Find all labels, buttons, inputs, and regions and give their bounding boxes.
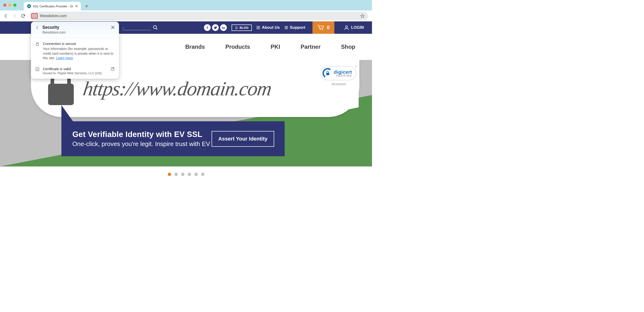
search-input[interactable] [122,26,151,30]
new-tab-button[interactable]: + [83,3,90,9]
tab-close-button[interactable] [75,5,78,7]
learn-more-link[interactable]: Learn more [56,56,73,60]
login-link[interactable]: LOGIN [339,21,369,34]
social-links: f in [204,24,227,31]
digicert-date: 30/10/2024 [332,83,346,86]
minimize-window-button[interactable] [8,3,12,7]
blog-label: BLOG [240,26,249,29]
browser-toolbar: thesslstore.com [0,10,372,21]
svg-rect-0 [28,6,30,7]
svg-point-4 [35,16,36,17]
lock-icon [35,42,40,61]
support-label: Support [290,25,305,30]
certificate-issued-to: Issued to: Rapid Web Services, LLC [US] [43,71,107,75]
svg-point-9 [346,26,348,27]
hero-subtitle: One-click, proves you're legit. Inspire … [72,140,210,148]
carousel-dot-2[interactable] [174,173,178,176]
lock-icon [324,70,330,76]
hero-cta-box: Get Verifiable Identity with EV SSL One-… [62,121,285,156]
nav-products[interactable]: Products [226,43,250,50]
linkedin-icon[interactable]: in [220,24,227,31]
menu-icon [256,26,260,29]
nav-partner[interactable]: Partner [300,43,320,50]
menu-icon [285,26,288,29]
carousel-dots [0,166,372,182]
site-security-popover: Security thesslstore.com Connection is s… [31,22,119,79]
digicert-seal[interactable]: digicert VERIFIED [320,66,356,80]
twitter-icon[interactable] [212,24,219,31]
browser-tab[interactable]: SSL Certificates Provider - Di [24,2,81,10]
hero-url-text: https://www.domain.com [82,77,273,100]
svg-point-7 [320,29,320,30]
site-information-button[interactable] [32,13,38,18]
address-bar[interactable]: thesslstore.com [30,12,368,20]
svg-rect-10 [48,84,74,105]
popover-title: Security [42,25,108,30]
digicert-verified: VERIFIED [336,74,352,77]
search-icon[interactable] [153,25,158,30]
login-label: LOGIN [351,25,364,30]
url-text: thesslstore.com [40,14,67,18]
checkbox-icon [35,67,40,71]
carousel-dot-6[interactable] [201,173,204,176]
external-link-icon[interactable] [110,67,115,71]
info-icon[interactable]: i [355,65,357,67]
about-us-link[interactable]: About Us [256,25,280,30]
nav-shop[interactable]: Shop [341,43,355,50]
svg-point-8 [322,29,323,30]
carousel-dot-1[interactable] [168,173,171,176]
forward-button[interactable] [11,12,18,19]
certificate-valid-heading: Certificate is valid [43,67,107,71]
blog-button[interactable]: BLOG [232,24,252,31]
popover-back-button[interactable] [35,25,40,30]
support-link[interactable]: Support [285,25,305,30]
fullscreen-window-button[interactable] [13,3,16,7]
user-icon [344,25,349,30]
window-controls [3,3,16,7]
cart-icon [317,24,324,31]
nav-brands[interactable]: Brands [185,43,205,50]
digicert-brand: digicert [334,70,352,74]
cart-count: 0 [327,24,330,31]
popover-domain: thesslstore.com [42,30,108,34]
bookmark-button[interactable] [360,13,365,18]
tab-title: SSL Certificates Provider - Di [33,4,73,8]
hero-title: Get Verifiable Identity with EV SSL [72,130,210,139]
carousel-dot-4[interactable] [188,173,191,176]
about-us-label: About Us [262,25,280,30]
popover-close-button[interactable] [111,25,115,29]
rss-icon [235,26,238,29]
svg-line-6 [156,28,158,30]
connection-secure-body: Your information (for example, passwords… [43,47,113,60]
hero-cta-button[interactable]: Assert Your Identity [212,131,274,147]
refresh-icon [0,79,17,112]
svg-point-1 [33,15,34,15]
svg-rect-12 [36,44,39,46]
svg-point-5 [154,26,156,29]
nav-pki[interactable]: PKI [270,43,280,50]
site-search[interactable] [122,25,158,30]
tab-favicon [27,4,31,8]
close-window-button[interactable] [3,3,6,7]
tab-bar: SSL Certificates Provider - Di + [24,0,90,10]
carousel-dot-3[interactable] [181,173,184,176]
reload-button[interactable] [20,12,27,19]
browser-tab-strip: SSL Certificates Provider - Di + [0,0,372,10]
cart-button[interactable]: 0 [312,21,334,34]
carousel-dot-5[interactable] [194,173,198,176]
utility-right: f in BLOG About Us Support 0 [204,21,369,34]
connection-secure-heading: Connection is secure [43,42,115,46]
back-button[interactable] [2,12,10,19]
facebook-icon[interactable]: f [204,24,210,31]
